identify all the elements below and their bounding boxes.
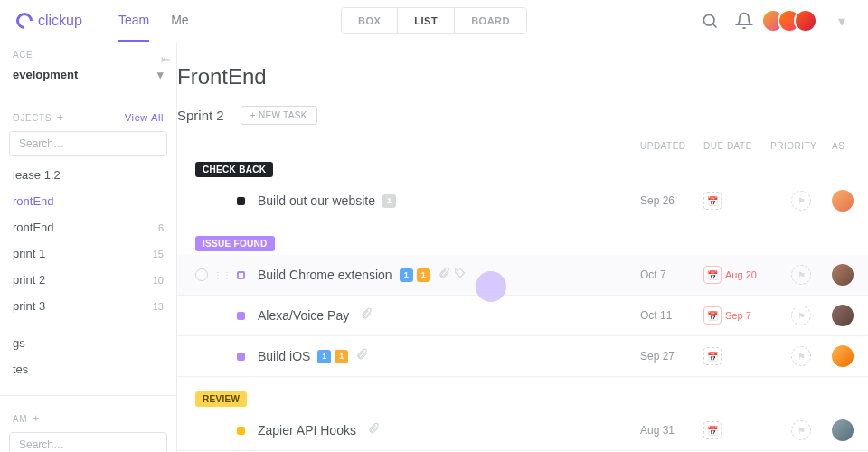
flag-icon: ⚑ xyxy=(791,191,811,211)
sidebar-item[interactable]: rontEnd6 xyxy=(0,214,176,240)
search-icon[interactable] xyxy=(700,11,720,31)
tag-icon[interactable] xyxy=(454,267,467,283)
sidebar-item-label: gs xyxy=(13,336,25,350)
sidebar-item-tes[interactable]: tes xyxy=(0,356,176,382)
task-title: Build Chrome extension xyxy=(258,268,392,282)
sidebar-team-label: AM + xyxy=(0,405,176,427)
sidebar-space[interactable]: evelopment ▾ xyxy=(0,61,176,88)
chevron-down-icon[interactable]: ▾ xyxy=(832,11,852,31)
topbar: clickup Team Me BOX LIST BOARD ▾ xyxy=(0,0,868,42)
sidebar-item[interactable]: print 210 xyxy=(0,267,176,293)
bell-icon[interactable] xyxy=(734,11,754,31)
avatar xyxy=(832,264,854,286)
brand-text: clickup xyxy=(38,13,82,29)
sidebar-item-gs[interactable]: gs xyxy=(0,330,176,356)
view-board[interactable]: BOARD xyxy=(454,8,526,33)
status-square[interactable] xyxy=(237,271,245,279)
flag-icon: ⚑ xyxy=(791,265,811,285)
status-square[interactable] xyxy=(237,197,245,205)
task-due[interactable]: 📅 xyxy=(703,347,770,365)
attachment-icon[interactable] xyxy=(355,348,368,364)
attachment-icon[interactable] xyxy=(438,267,450,283)
attachment-icon[interactable] xyxy=(367,422,380,438)
flag-icon: ⚑ xyxy=(791,420,811,440)
task-priority[interactable]: ⚑ xyxy=(770,420,832,440)
task-updated: Aug 31 xyxy=(640,424,703,437)
task-row[interactable]: ⋮⋮ Build iOS 1 1 Sep 27 📅 ⚑ xyxy=(177,336,868,377)
task-badge: 1 xyxy=(317,350,331,363)
task-row[interactable]: ⋮⋮ Build Chrome extension 1 1 Oct 7 📅Aug… xyxy=(177,255,868,296)
sidebar-item-frontend[interactable]: rontEnd xyxy=(0,188,176,214)
task-title: Zapier API Hooks xyxy=(258,423,356,438)
task-due[interactable]: 📅 xyxy=(703,421,770,439)
task-assignee[interactable] xyxy=(832,190,857,212)
task-badge: 1 xyxy=(417,268,430,282)
task-priority[interactable]: ⚑ xyxy=(770,346,832,366)
status-square[interactable] xyxy=(237,427,245,435)
sidebar-item-count: 6 xyxy=(158,222,164,233)
task-assignee[interactable] xyxy=(832,264,857,286)
section-issue-found: ISSUE FOUND ⋮⋮ Build Chrome extension 1 … xyxy=(177,231,868,377)
task-row[interactable]: ⋮⋮ Alexa/Voice Pay Oct 11 📅Sep 7 ⚑ xyxy=(177,296,868,336)
col-assignee: AS xyxy=(832,141,857,151)
col-due: DUE DATE xyxy=(703,141,770,151)
task-row[interactable]: ⋮⋮ Build out our website 1 Sep 26 📅 ⚑ xyxy=(177,181,868,221)
task-assignee[interactable] xyxy=(832,305,857,326)
status-pill-review[interactable]: REVIEW xyxy=(195,391,247,407)
status-pill-check-back[interactable]: CHECK BACK xyxy=(195,162,273,177)
drag-handle-icon[interactable]: ⋮⋮ xyxy=(213,270,231,280)
sidebar-team-search[interactable]: Search… xyxy=(9,432,167,452)
status-square[interactable] xyxy=(237,312,245,320)
sidebar-space-name: evelopment xyxy=(13,68,78,81)
sidebar-item-count: 10 xyxy=(153,275,164,286)
sidebar-search[interactable]: Search… xyxy=(9,131,167,156)
calendar-icon: 📅 xyxy=(703,347,722,365)
sidebar-item[interactable]: print 313 xyxy=(0,293,176,319)
nav-tab-me[interactable]: Me xyxy=(171,0,188,42)
new-task-button[interactable]: + NEW TASK xyxy=(241,106,317,125)
search-placeholder: Search… xyxy=(19,438,64,451)
task-priority[interactable]: ⚑ xyxy=(770,191,832,211)
nav-tab-team[interactable]: Team xyxy=(118,0,149,42)
svg-point-2 xyxy=(457,270,458,271)
task-due[interactable]: 📅Aug 20 xyxy=(703,266,770,284)
avatar-stack[interactable] xyxy=(769,9,817,33)
logo[interactable]: clickup xyxy=(16,13,82,29)
task-priority[interactable]: ⚑ xyxy=(770,306,832,325)
plus-icon[interactable]: + xyxy=(57,111,64,124)
calendar-icon: 📅 xyxy=(703,192,722,210)
task-row[interactable]: ⋮⋮ Zapier API Hooks Aug 31 📅 ⚑ xyxy=(177,410,868,451)
sidebar-space-label: ACE xyxy=(0,42,176,61)
plus-icon[interactable]: + xyxy=(33,412,40,425)
sprint-name: Sprint 2 xyxy=(177,108,224,123)
task-badge: 1 xyxy=(335,350,348,363)
sidebar-item[interactable]: print 115 xyxy=(0,240,176,267)
task-assignee[interactable] xyxy=(832,419,857,441)
task-due[interactable]: 📅 xyxy=(703,192,770,210)
sidebar-item-label: tes xyxy=(13,363,28,376)
team-label-text: AM xyxy=(13,414,27,424)
projects-label-text: OJECTS xyxy=(13,113,52,123)
task-due[interactable]: 📅Sep 7 xyxy=(703,306,770,325)
section-review: REVIEW ⋮⋮ Zapier API Hooks Aug 31 📅 ⚑ ⋮⋮… xyxy=(177,386,868,452)
view-all-link[interactable]: View All xyxy=(125,112,164,123)
select-circle[interactable] xyxy=(195,268,208,281)
view-switch: BOX LIST BOARD xyxy=(341,7,527,34)
col-updated: UPDATED xyxy=(640,141,703,151)
view-box[interactable]: BOX xyxy=(342,8,397,33)
status-square[interactable] xyxy=(237,353,245,361)
task-assignee[interactable] xyxy=(832,345,857,367)
attachment-icon[interactable] xyxy=(360,307,373,324)
collapse-sidebar-icon[interactable]: ⇤ xyxy=(161,52,171,66)
task-updated: Oct 7 xyxy=(640,268,703,281)
task-priority[interactable]: ⚑ xyxy=(770,265,832,285)
avatar xyxy=(832,345,854,367)
view-list[interactable]: LIST xyxy=(397,8,454,33)
status-pill-issue-found[interactable]: ISSUE FOUND xyxy=(195,236,275,251)
due-date-text: Sep 7 xyxy=(725,310,751,321)
logo-icon xyxy=(13,9,35,32)
section-check-back: CHECK BACK ⋮⋮ Build out our website 1 Se… xyxy=(177,156,868,221)
sidebar-item-release[interactable]: lease 1.2 xyxy=(0,162,176,188)
topbar-right: ▾ xyxy=(700,9,852,33)
sidebar-item-label: print 3 xyxy=(13,299,45,313)
